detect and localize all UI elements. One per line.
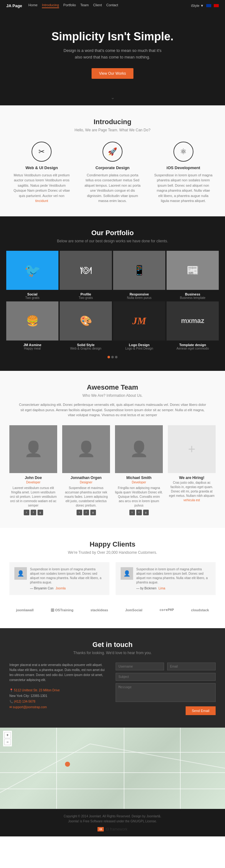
contact-subject-input[interactable]	[116, 673, 216, 681]
map-placeholder: + −	[0, 727, 225, 809]
portfolio-thumb-business: 📰	[167, 251, 219, 290]
contact-email-link[interactable]: support@joomstrap.com	[13, 705, 47, 709]
brand-stackideas: stackideas	[91, 608, 108, 612]
dot-2[interactable]	[111, 356, 114, 358]
portfolio-item-template[interactable]: mxmaz Template design Aenean eget commod…	[167, 302, 219, 351]
testimonial-2-avatar: 👤	[121, 567, 133, 580]
brand-ostraining: ⊞ OSTraining	[51, 608, 73, 613]
portfolio-desc-business: Business template	[168, 296, 218, 300]
responsive-icon: 📱	[133, 264, 146, 276]
portfolio-desc-template: Aenean eget commodo	[168, 347, 218, 350]
testimonial-2-photo: 👤	[123, 570, 130, 577]
solid-icon: 🎨	[80, 315, 92, 327]
michael-facebook-icon[interactable]: f	[136, 510, 142, 515]
john-twitter-icon[interactable]: t	[24, 510, 29, 515]
map-road-v3	[180, 727, 181, 809]
team-subtitle: Who We Are? Information About Us.	[9, 393, 216, 398]
testimonial-1-link[interactable]: Joomla	[56, 587, 66, 590]
portfolio-item-social[interactable]: 🐦 Social Two gratis	[6, 251, 58, 300]
portfolio-item-logo[interactable]: JM Logo Design Logo & Print Design	[113, 302, 165, 351]
portfolio-grid-row1: 🐦 Social Two gratis 🍽 Profile Two gratis…	[6, 251, 219, 300]
map-road-v2	[124, 727, 124, 809]
hero-section: Simplicity Isn't Simple. Design is a wor…	[0, 11, 225, 94]
map-zoom-out-button[interactable]: −	[4, 739, 11, 745]
brand-cloudstack: cloudstack	[191, 608, 209, 612]
flag-uk[interactable]	[206, 4, 211, 7]
michael-twitter-icon[interactable]: t	[129, 510, 135, 515]
michael-role: Developer	[115, 480, 163, 484]
brand-logo[interactable]: JA Page	[6, 3, 22, 8]
testimonial-2-link[interactable]: Lima	[158, 587, 165, 590]
footer-sub: Joomla! is Free Software released under …	[9, 819, 216, 824]
nav-team[interactable]: Team	[80, 3, 89, 8]
ostraining-icon: ⊞	[51, 608, 54, 613]
jonnathan-twitter-icon[interactable]: t	[76, 510, 82, 515]
contact-address-line2: New York City: 12065-1301	[9, 693, 109, 699]
hiring-avatar: +	[168, 425, 216, 473]
corporate-design-text: Condimentum platea cursus porta tellus e…	[84, 173, 142, 204]
contact-name-input[interactable]	[116, 662, 164, 671]
portfolio-item-solid[interactable]: 🎨 Solid Style Web & Graphic design	[60, 302, 112, 351]
portfolio-title-business: Business	[168, 292, 218, 296]
brand-joomlawall: joomlawall	[16, 608, 33, 612]
intro-col-ios: ⚛ iOS Development Suspendisse in lorem i…	[151, 142, 216, 204]
contact-address: 📍 5112 Unittest Str. 23 Milton Drive New…	[9, 688, 109, 710]
contact-message-input[interactable]	[116, 683, 216, 702]
portfolio-thumb-profile: 🍽	[60, 251, 112, 290]
michael-google-icon[interactable]: g	[143, 510, 149, 515]
contact-email-input[interactable]	[167, 662, 216, 671]
testimonial-2-content: Suspendisse in lorem ipsum of magna phar…	[136, 567, 211, 590]
template-icon: mxmaz	[181, 317, 204, 325]
map-road-h2	[0, 772, 225, 773]
flag-de[interactable]	[214, 4, 219, 7]
contact-phone: 📞 (412) 134-5678	[9, 699, 109, 705]
testimonial-1-text: Suspendisse in lorem ipsum of magna phar…	[30, 567, 104, 585]
jonnathan-facebook-icon[interactable]: f	[84, 510, 89, 515]
portfolio-item-business[interactable]: 📰 Business Business template	[167, 251, 219, 300]
portfolio-grid-row2: 🍔 JM Asmine Happy meal 🎨 Solid Style Web…	[6, 302, 219, 351]
location-icon: 📍	[9, 688, 13, 692]
dot-3[interactable]	[115, 356, 118, 358]
portfolio-item-jm[interactable]: 🍔 JM Asmine Happy meal	[6, 302, 58, 351]
nav-introducing[interactable]: Introducing	[42, 3, 59, 8]
john-google-icon[interactable]: g	[37, 510, 43, 515]
footer: Copyright © 2014 Joomlart. All Rights Re…	[0, 809, 225, 836]
john-role: Developer	[9, 480, 57, 484]
team-member-john: 👤 John Doe Developer Laoreet vestibulum …	[9, 425, 57, 515]
nav-client[interactable]: Client	[93, 3, 102, 8]
send-email-button[interactable]: Send Email	[186, 706, 216, 715]
web-design-link[interactable]: tincidunt	[35, 199, 48, 203]
nav-portfolio[interactable]: Portfolio	[63, 3, 76, 8]
hero-cta-button[interactable]: View Our Works	[92, 68, 133, 79]
twitter-icon: 🐦	[24, 262, 41, 278]
portfolio-title-solid: Solid Style	[61, 343, 110, 347]
team-title: Awesome Team	[9, 383, 216, 392]
nav-links: Home Introducing Portfolio Team Client C…	[28, 3, 191, 8]
jonnathan-google-icon[interactable]: g	[90, 510, 96, 515]
portfolio-item-responsive[interactable]: 📱 Responsive Nulla lorem purus	[113, 251, 165, 300]
map-road-h3	[0, 788, 225, 789]
portfolio-item-profile[interactable]: 🍽 Profile Two gratis	[60, 251, 112, 300]
style-dropdown[interactable]: iStyle ▼	[191, 4, 204, 7]
dot-1[interactable]	[107, 356, 110, 358]
clients-title: Happy Clients	[9, 540, 216, 549]
contact-section: Get in touch Thanks for looking. We'd lo…	[0, 628, 225, 727]
testimonial-1: 👤 Suspendisse in lorem ipsum of magna ph…	[9, 562, 109, 595]
phone-icon: 📞	[9, 700, 13, 703]
portfolio-title-jm: JM Asmine	[7, 343, 57, 347]
web-design-title: Web & UI Design	[12, 165, 71, 170]
business-icon: 📰	[187, 264, 199, 276]
hiring-link[interactable]: vehicula est	[184, 498, 200, 502]
john-avatar: 👤	[9, 425, 57, 473]
jonnathan-bio: Suspendisse et maximus accumsan pharetra…	[62, 486, 110, 508]
logo-icon: JM	[132, 315, 146, 327]
nav-contact[interactable]: Contact	[106, 3, 118, 8]
john-bio: Laoreet vestibulum cursus elit fringilla…	[9, 486, 57, 508]
brand-logos: joomlawall ⊞ OSTraining stackideas JomSo…	[9, 604, 216, 616]
john-facebook-icon[interactable]: f	[31, 510, 36, 515]
jonnathan-social: t f g	[62, 510, 110, 515]
map-zoom-in-button[interactable]: +	[4, 732, 11, 738]
hero-desc: Design is a word that's come to mean so …	[12, 48, 213, 61]
nav-home[interactable]: Home	[28, 3, 37, 8]
testimonial-2-text: Suspendisse in lorem ipsum of magna phar…	[136, 567, 211, 585]
